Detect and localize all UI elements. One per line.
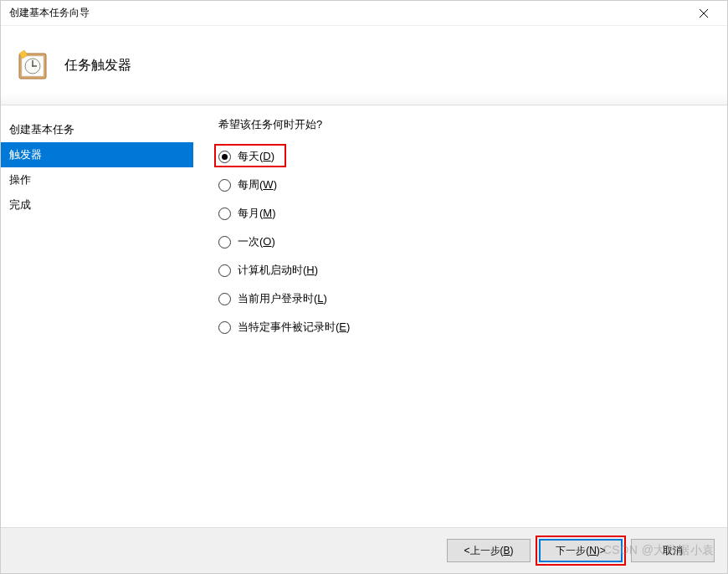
radio-icon (218, 179, 231, 192)
wizard-step-title: 任务触发器 (64, 57, 131, 74)
radio-option-once[interactable]: 一次(O) (218, 234, 727, 249)
radio-label: 计算机启动时(H) (238, 263, 318, 278)
radio-label: 当前用户登录时(L) (238, 291, 327, 306)
radio-label: 当特定事件被记录时(E) (238, 320, 350, 335)
radio-icon (218, 264, 231, 277)
radio-icon (218, 321, 231, 334)
wizard-window: 创建基本任务向导 任务触发器 创建基本任务 触发器 操作 (0, 0, 728, 574)
trigger-radio-group: 每天(D) 每周(W) 每月(M) 一次(O) 计算机启动 (218, 149, 727, 335)
radio-icon (218, 208, 231, 220)
next-button[interactable]: 下一步(N) > (539, 539, 623, 562)
radio-option-event[interactable]: 当特定事件被记录时(E) (218, 320, 727, 335)
radio-icon (218, 293, 231, 305)
radio-label: 每周(W) (238, 177, 277, 192)
wizard-footer: < 上一步(B) 下一步(N) > 取消 CSDN @大数据小袁 (1, 527, 727, 573)
radio-option-daily[interactable]: 每天(D) (218, 149, 727, 164)
radio-label: 每月(M) (238, 206, 276, 221)
trigger-question: 希望该任务何时开始? (218, 117, 727, 132)
content-area: 创建基本任务 触发器 操作 完成 希望该任务何时开始? 每天(D) 每周(W) (1, 105, 727, 527)
sidebar-item-create-task[interactable]: 创建基本任务 (1, 117, 193, 142)
close-icon (700, 9, 708, 18)
radio-option-startup[interactable]: 计算机启动时(H) (218, 263, 727, 278)
back-button[interactable]: < 上一步(B) (447, 539, 531, 562)
cancel-button[interactable]: 取消 (631, 539, 715, 562)
main-panel: 希望该任务何时开始? 每天(D) 每周(W) 每月(M) 一次 (193, 105, 727, 527)
radio-option-weekly[interactable]: 每周(W) (218, 177, 727, 192)
clock-icon (16, 49, 49, 82)
titlebar: 创建基本任务向导 (1, 1, 727, 26)
wizard-header: 任务触发器 (1, 26, 727, 105)
sidebar-item-finish[interactable]: 完成 (1, 192, 193, 218)
sidebar-item-trigger[interactable]: 触发器 (1, 142, 193, 167)
sidebar-item-action[interactable]: 操作 (1, 167, 193, 192)
radio-icon (218, 236, 231, 249)
radio-label: 每天(D) (238, 149, 274, 164)
radio-option-logon[interactable]: 当前用户登录时(L) (218, 291, 727, 306)
radio-icon (218, 151, 231, 163)
window-title: 创建基本任务向导 (9, 6, 90, 20)
svg-point-7 (32, 65, 33, 67)
next-button-wrapper: 下一步(N) > (539, 539, 623, 562)
close-button[interactable] (687, 2, 720, 25)
wizard-sidebar: 创建基本任务 触发器 操作 完成 (1, 105, 193, 527)
radio-label: 一次(O) (238, 234, 275, 249)
radio-option-monthly[interactable]: 每月(M) (218, 206, 727, 221)
